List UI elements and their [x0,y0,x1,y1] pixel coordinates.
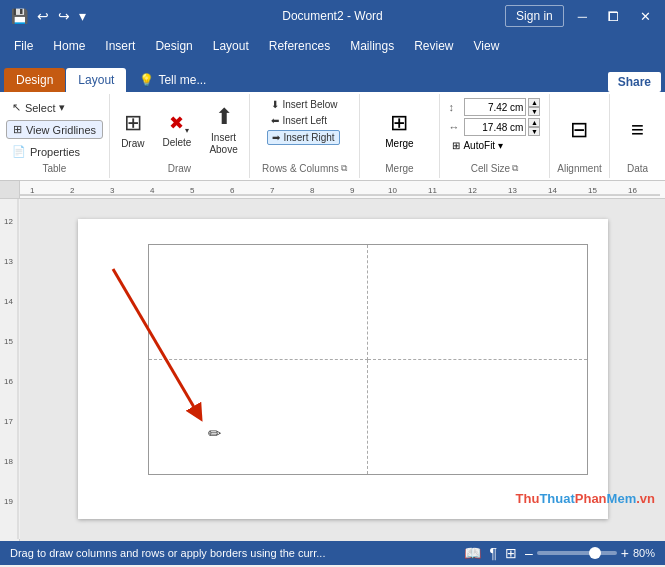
autofit-button[interactable]: ⊞ AutoFit ▾ [448,138,507,153]
rows-columns-content: ⬇ Insert Below ⬅ Insert Left ➡ Insert Ri… [267,98,341,161]
ribbon-group-cell-size: ↕ ▲ ▼ ↔ ▲ ▼ ⊞ AutoFit ▾ [440,94,550,178]
height-up-button[interactable]: ▲ [528,98,540,107]
menu-insert[interactable]: Insert [95,35,145,57]
svg-rect-17 [0,199,20,539]
sign-in-button[interactable]: Sign in [505,5,564,27]
menu-references[interactable]: References [259,35,340,57]
draw-button[interactable]: ⊞ Draw [115,106,150,153]
insert-right-button[interactable]: ➡ Insert Right [267,130,339,145]
alignment-button[interactable]: ⊟ [557,114,602,146]
ribbon-group-data: ≡ Data [610,94,665,178]
ruler-vertical: 12 13 14 15 16 17 18 19 [0,199,20,541]
cell-size-label: Cell Size ⧉ [471,161,518,174]
table-group-content: ↖ Select ▾ ⊞ View Gridlines 📄 Properties [6,98,103,161]
width-input[interactable] [464,118,526,136]
alignment-icon: ⊟ [570,117,588,143]
restore-button[interactable]: ⧠ [601,7,626,26]
select-button[interactable]: ↖ Select ▾ [6,98,72,117]
title-bar-left: 💾 ↩ ↪ ▾ [8,6,89,26]
share-button[interactable]: Share [608,72,661,92]
merge-group-label: Merge [385,161,413,174]
insert-below-button[interactable]: ⬇ Insert Below [267,98,341,111]
merge-cells-button[interactable]: ⊞ Merge [379,107,419,152]
status-right: 📖 ¶ ⊞ – + 80% [464,545,655,561]
watermark-phan: Phan [575,491,607,506]
document-area: ✏ ThuThuatPhanMem.vn [20,199,665,541]
height-input[interactable] [464,98,526,116]
zoom-out-button[interactable]: – [525,545,533,561]
document-title: Document2 - Word [282,9,382,23]
menu-layout[interactable]: Layout [203,35,259,57]
svg-text:9: 9 [350,186,355,195]
merge-group-content: ⊞ Merge [379,98,419,161]
cell-size-expand-icon[interactable]: ⧉ [512,163,518,174]
cursor-icon: ↖ [12,101,21,114]
svg-text:13: 13 [508,186,517,195]
svg-text:3: 3 [110,186,115,195]
ribbon-group-merge: ⊞ Merge Merge [360,94,440,178]
watermark-thu: Thu [516,491,540,506]
rows-columns-expand-icon[interactable]: ⧉ [341,163,347,174]
svg-text:17: 17 [4,417,13,426]
delete-button[interactable]: ✖ ▾ Delete [156,107,197,152]
watermark-thuat: Thuat [539,491,574,506]
menu-mailings[interactable]: Mailings [340,35,404,57]
close-button[interactable]: ✕ [634,7,657,26]
tab-layout[interactable]: Layout [66,68,126,92]
table-cell-2-2 [368,360,588,475]
zoom-slider-thumb [589,547,601,559]
quick-access-toolbar: 💾 ↩ ↪ ▾ [8,6,89,26]
insert-right-icon: ➡ [272,132,280,143]
customize-qat-button[interactable]: ▾ [76,6,89,26]
ruler-corner [0,181,20,198]
menu-review[interactable]: Review [404,35,463,57]
grid-icon: ⊞ [13,123,22,136]
tab-tell-me[interactable]: 💡 Tell me... [127,68,218,92]
menu-file[interactable]: File [4,35,43,57]
svg-text:7: 7 [270,186,275,195]
menu-view[interactable]: View [464,35,510,57]
properties-icon: 📄 [12,145,26,158]
alignment-label: Alignment [557,161,601,174]
width-up-button[interactable]: ▲ [528,118,540,127]
width-down-button[interactable]: ▼ [528,127,540,136]
height-row: ↕ ▲ ▼ [448,98,540,116]
undo-button[interactable]: ↩ [34,6,52,26]
svg-text:1: 1 [30,186,35,195]
menu-design[interactable]: Design [145,35,202,57]
document-page: ✏ [78,219,608,519]
data-icon: ≡ [631,117,644,143]
rows-columns-label: Rows & Columns ⧉ [262,161,347,174]
width-row: ↔ ▲ ▼ [448,118,540,136]
insert-left-button[interactable]: ⬅ Insert Left [267,114,330,127]
ribbon-tabs: Design Layout 💡 Tell me... Share [0,60,665,92]
zoom-slider[interactable] [537,551,617,555]
data-label: Data [627,161,648,174]
ruler-main: 1 2 3 4 5 6 7 8 9 10 11 12 13 14 15 16 [20,181,665,198]
view-gridlines-button[interactable]: ⊞ View Gridlines [6,120,103,139]
zoom-controls: – + 80% [525,545,655,561]
table-group-label: Table [43,161,67,174]
menu-home[interactable]: Home [43,35,95,57]
draw-group-content: ⊞ Draw ✖ ▾ Delete ⬆ InsertAbove [115,98,244,161]
tab-design[interactable]: Design [4,68,65,92]
width-icon: ↔ [448,121,462,133]
ribbon-group-alignment: ⊟ Alignment [550,94,610,178]
properties-button[interactable]: 📄 Properties [6,142,86,161]
save-button[interactable]: 💾 [8,6,31,26]
svg-text:15: 15 [4,337,13,346]
svg-text:14: 14 [548,186,557,195]
ribbon-group-rows-columns: ⬇ Insert Below ⬅ Insert Left ➡ Insert Ri… [250,94,360,178]
height-down-button[interactable]: ▼ [528,107,540,116]
svg-text:12: 12 [468,186,477,195]
content-area: 12 13 14 15 16 17 18 19 [0,199,665,541]
data-button[interactable]: ≡ [618,114,658,146]
height-icon: ↕ [448,101,462,113]
insert-above-button[interactable]: ⬆ InsertAbove [203,100,243,160]
draw-table-icon: ⊞ [124,110,142,136]
redo-button[interactable]: ↪ [55,6,73,26]
minimize-button[interactable]: ─ [572,7,593,26]
status-text: Drag to draw columns and rows or apply b… [10,547,464,559]
vertical-ruler-svg: 12 13 14 15 16 17 18 19 [0,199,20,539]
zoom-in-button[interactable]: + [621,545,629,561]
